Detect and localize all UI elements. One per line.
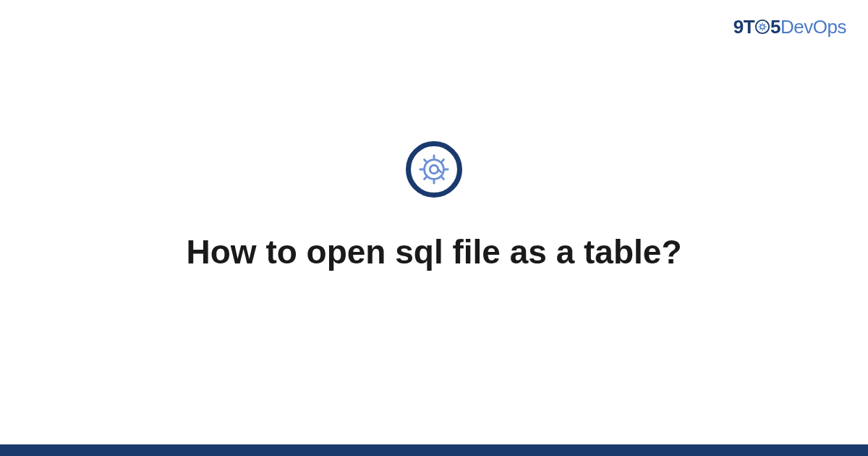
- gear-icon-circle: [406, 141, 462, 198]
- page-title: How to open sql file as a table?: [158, 232, 711, 271]
- svg-point-3: [430, 165, 438, 174]
- bottom-accent-bar: [0, 444, 868, 456]
- svg-point-2: [425, 160, 444, 180]
- main-content: How to open sql file as a table?: [0, 0, 868, 456]
- gear-icon: [417, 153, 451, 186]
